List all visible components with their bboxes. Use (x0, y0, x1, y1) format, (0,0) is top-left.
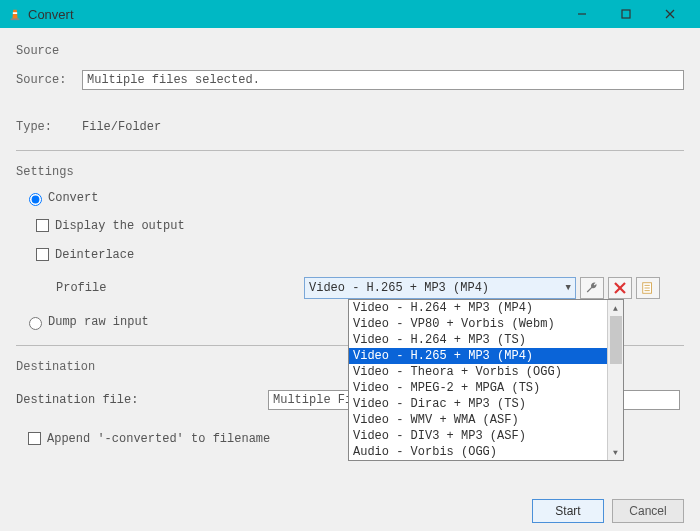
window-title: Convert (28, 7, 560, 22)
source-section-label: Source (16, 44, 684, 58)
profile-option[interactable]: Video - MPEG-2 + MPGA (TS) (349, 380, 607, 396)
profile-option[interactable]: Video - VP80 + Vorbis (Webm) (349, 316, 607, 332)
deinterlace-label: Deinterlace (55, 248, 134, 262)
start-button[interactable]: Start (532, 499, 604, 523)
x-icon (614, 282, 626, 294)
cancel-button-label: Cancel (629, 504, 666, 518)
display-output-checkbox[interactable]: Display the output (32, 216, 684, 235)
svg-rect-2 (11, 18, 20, 20)
maximize-button[interactable] (604, 0, 648, 28)
chevron-down-icon: ▼ (566, 283, 571, 293)
source-label: Source: (16, 73, 82, 87)
new-profile-button[interactable] (636, 277, 660, 299)
deinterlace-input[interactable] (36, 248, 49, 261)
dump-raw-radio-input[interactable] (29, 317, 42, 330)
delete-profile-button[interactable] (608, 277, 632, 299)
settings-section-label: Settings (16, 165, 684, 179)
close-button[interactable] (648, 0, 692, 28)
append-converted-label: Append '-converted' to filename (47, 432, 270, 446)
profile-option[interactable]: Video - H.264 + MP3 (TS) (349, 332, 607, 348)
deinterlace-checkbox[interactable]: Deinterlace (32, 245, 684, 264)
convert-radio-label: Convert (48, 191, 98, 205)
profile-combobox[interactable]: Video - H.265 + MP3 (MP4) ▼ (304, 277, 576, 299)
source-input[interactable] (82, 70, 684, 90)
title-bar: Convert (0, 0, 700, 28)
append-converted-input[interactable] (28, 432, 41, 445)
profile-selected-text: Video - H.265 + MP3 (MP4) (309, 281, 489, 295)
new-profile-icon (641, 281, 655, 295)
display-output-label: Display the output (55, 219, 185, 233)
start-button-label: Start (555, 504, 580, 518)
dropdown-scrollbar[interactable]: ▲ ▼ (607, 300, 623, 460)
edit-profile-button[interactable] (580, 277, 604, 299)
profile-option[interactable]: Video - Dirac + MP3 (TS) (349, 396, 607, 412)
profile-option[interactable]: Video - WMV + WMA (ASF) (349, 412, 607, 428)
type-value: File/Folder (82, 120, 161, 134)
convert-radio[interactable]: Convert (24, 190, 684, 206)
vlc-icon (8, 7, 22, 21)
cancel-button[interactable]: Cancel (612, 499, 684, 523)
profile-dropdown[interactable]: Video - H.264 + MP3 (MP4)Video - VP80 + … (348, 299, 624, 461)
profile-option[interactable]: Video - H.264 + MP3 (MP4) (349, 300, 607, 316)
minimize-button[interactable] (560, 0, 604, 28)
type-label: Type: (16, 120, 82, 134)
profile-option[interactable]: Video - H.265 + MP3 (MP4) (349, 348, 607, 364)
divider (16, 150, 684, 151)
scroll-thumb[interactable] (610, 316, 622, 364)
profile-option[interactable]: Video - DIV3 + MP3 (ASF) (349, 428, 607, 444)
convert-radio-input[interactable] (29, 193, 42, 206)
scroll-down-icon[interactable]: ▼ (608, 444, 623, 460)
dump-raw-label: Dump raw input (48, 315, 149, 329)
dialog-body: Source Source: Type: File/Folder Setting… (0, 28, 700, 531)
profile-option[interactable]: Video - Theora + Vorbis (OGG) (349, 364, 607, 380)
profile-option[interactable]: Audio - Vorbis (OGG) (349, 444, 607, 460)
svg-rect-1 (13, 12, 17, 14)
wrench-icon (585, 281, 599, 295)
svg-marker-0 (12, 10, 17, 20)
destination-file-label: Destination file: (16, 393, 268, 407)
scroll-up-icon[interactable]: ▲ (608, 300, 623, 316)
profile-label: Profile (16, 281, 304, 295)
svg-rect-4 (622, 10, 630, 18)
display-output-input[interactable] (36, 219, 49, 232)
